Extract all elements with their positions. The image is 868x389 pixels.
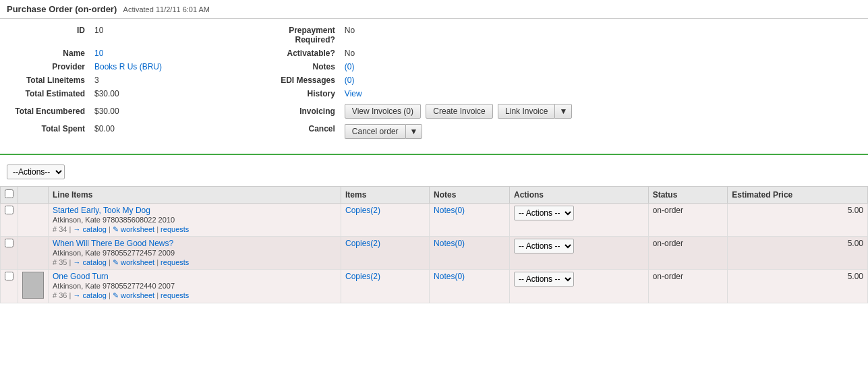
- requests-link[interactable]: requests: [161, 225, 189, 233]
- row-price-cell: 5.00: [728, 204, 868, 237]
- total-encumbered-label: Total Encumbered: [8, 101, 89, 121]
- line-title-link[interactable]: One Good Turn: [53, 272, 109, 281]
- id-label: ID: [8, 24, 89, 46]
- create-invoice-button[interactable]: Create Invoice: [426, 104, 492, 119]
- row-price-cell: 5.00: [728, 237, 868, 270]
- row-checkbox-cell: [1, 237, 18, 270]
- row-thumb-cell: [18, 204, 49, 237]
- row-actions-cell: -- Actions --: [510, 270, 649, 303]
- activatable-value: No: [341, 47, 860, 59]
- row-checkbox[interactable]: [5, 272, 13, 280]
- prepayment-value: No: [341, 24, 860, 46]
- table-row: Started Early, Took My Dog Atkinson, Kat…: [1, 204, 868, 237]
- line-title-link[interactable]: When Will There Be Good News?: [53, 239, 173, 248]
- row-thumb-cell: [18, 237, 49, 270]
- row-copies-cell: Copies(2): [341, 270, 430, 303]
- catalog-link[interactable]: → catalog: [73, 291, 107, 299]
- col-estimated-price: Estimated Price: [728, 187, 868, 204]
- row-status-cell: on-order: [648, 204, 728, 237]
- cancel-order-button[interactable]: Cancel order: [345, 124, 405, 139]
- row-price: 5.00: [848, 239, 863, 248]
- actions-bar: --Actions--: [0, 160, 868, 183]
- notes-link[interactable]: Notes(0): [434, 272, 465, 281]
- row-status-cell: on-order: [648, 237, 728, 270]
- history-link[interactable]: View: [345, 89, 362, 98]
- table-row: One Good Turn Atkinson, Kate 97805527724…: [1, 270, 868, 303]
- row-status: on-order: [653, 272, 683, 281]
- row-actions-cell: -- Actions --: [510, 237, 649, 270]
- edi-label: EDI Messages: [258, 74, 339, 86]
- link-invoice-button[interactable]: Link Invoice: [498, 104, 554, 119]
- provider-value: Books R Us (BRU): [90, 61, 257, 73]
- row-checkbox-cell: [1, 204, 18, 237]
- invoicing-controls: View Invoices (0) Create Invoice Link In…: [341, 101, 860, 121]
- row-title-cell: Started Early, Took My Dog Atkinson, Kat…: [49, 204, 341, 237]
- edi-link[interactable]: (0): [345, 76, 355, 85]
- row-checkbox[interactable]: [5, 206, 13, 214]
- total-spent-value: $0.00: [90, 123, 257, 140]
- line-title: One Good Turn: [53, 272, 337, 281]
- line-author: Atkinson, Kate 9780385608022 2010: [53, 216, 337, 224]
- requests-link[interactable]: requests: [161, 291, 189, 299]
- line-id: # 35: [53, 258, 67, 266]
- cancel-order-split: Cancel order ▼: [345, 124, 423, 139]
- row-actions-select[interactable]: -- Actions --: [514, 206, 574, 220]
- row-checkbox-cell: [1, 270, 18, 303]
- worksheet-link[interactable]: ✎ worksheet: [113, 291, 154, 299]
- line-links: # 35 | → catalog | ✎ worksheet | request…: [53, 258, 337, 267]
- line-links: # 36 | → catalog | ✎ worksheet | request…: [53, 291, 337, 300]
- line-title-link[interactable]: Started Early, Took My Dog: [53, 206, 150, 215]
- row-status: on-order: [653, 239, 683, 248]
- copies-link[interactable]: Copies(2): [345, 239, 380, 248]
- table-row: When Will There Be Good News? Atkinson, …: [1, 237, 868, 270]
- row-title-cell: When Will There Be Good News? Atkinson, …: [49, 237, 341, 270]
- copies-link[interactable]: Copies(2): [345, 272, 380, 281]
- row-actions-select[interactable]: -- Actions --: [514, 272, 574, 287]
- col-actions: Actions: [510, 187, 649, 204]
- row-title-cell: One Good Turn Atkinson, Kate 97805527724…: [49, 270, 341, 303]
- total-lineitems-value: 3: [90, 74, 257, 86]
- row-notes-cell: Notes(0): [430, 237, 510, 270]
- notes-label: Notes: [258, 61, 339, 73]
- line-items-table: Line Items Items Notes Actions Status Es…: [0, 186, 868, 303]
- total-estimated-label: Total Estimated: [8, 88, 89, 100]
- row-thumb-cell: [18, 270, 49, 303]
- edi-value: (0): [341, 74, 860, 86]
- col-checkbox: [1, 187, 18, 204]
- notes-link[interactable]: Notes(0): [434, 206, 465, 215]
- worksheet-link[interactable]: ✎ worksheet: [113, 258, 154, 266]
- history-label: History: [258, 88, 339, 100]
- line-author: Atkinson, Kate 9780552772440 2007: [53, 282, 337, 290]
- row-notes-cell: Notes(0): [430, 270, 510, 303]
- total-estimated-value: $30.00: [90, 88, 257, 100]
- notes-link[interactable]: (0): [345, 62, 355, 71]
- total-encumbered-value: $30.00: [90, 101, 257, 121]
- row-price: 5.00: [848, 272, 863, 281]
- catalog-link[interactable]: → catalog: [73, 225, 107, 233]
- row-actions-select[interactable]: -- Actions --: [514, 239, 574, 253]
- name-link[interactable]: 10: [94, 49, 103, 58]
- col-status: Status: [648, 187, 728, 204]
- catalog-link[interactable]: → catalog: [73, 258, 107, 266]
- notes-link[interactable]: Notes(0): [434, 239, 465, 248]
- cancel-controls: Cancel order ▼: [341, 123, 860, 140]
- provider-link[interactable]: Books R Us (BRU): [94, 62, 162, 71]
- row-notes-cell: Notes(0): [430, 204, 510, 237]
- copies-link[interactable]: Copies(2): [345, 206, 380, 215]
- total-lineitems-label: Total Lineitems: [8, 74, 89, 86]
- cancel-label: Cancel: [258, 123, 339, 140]
- cancel-order-dropdown-button[interactable]: ▼: [405, 124, 423, 139]
- actions-select[interactable]: --Actions--: [7, 164, 65, 179]
- line-author: Atkinson, Kate 9780552772457 2009: [53, 249, 337, 257]
- row-price: 5.00: [848, 206, 863, 215]
- line-title: Started Early, Took My Dog: [53, 206, 337, 215]
- link-invoice-dropdown-button[interactable]: ▼: [554, 104, 572, 119]
- worksheet-link[interactable]: ✎ worksheet: [113, 225, 154, 233]
- select-all-checkbox[interactable]: [5, 189, 13, 198]
- line-links: # 34 | → catalog | ✎ worksheet | request…: [53, 225, 337, 234]
- requests-link[interactable]: requests: [161, 258, 189, 266]
- row-checkbox[interactable]: [5, 239, 13, 247]
- separator: [0, 154, 868, 155]
- view-invoices-button[interactable]: View Invoices (0): [345, 104, 421, 119]
- row-status: on-order: [653, 206, 683, 215]
